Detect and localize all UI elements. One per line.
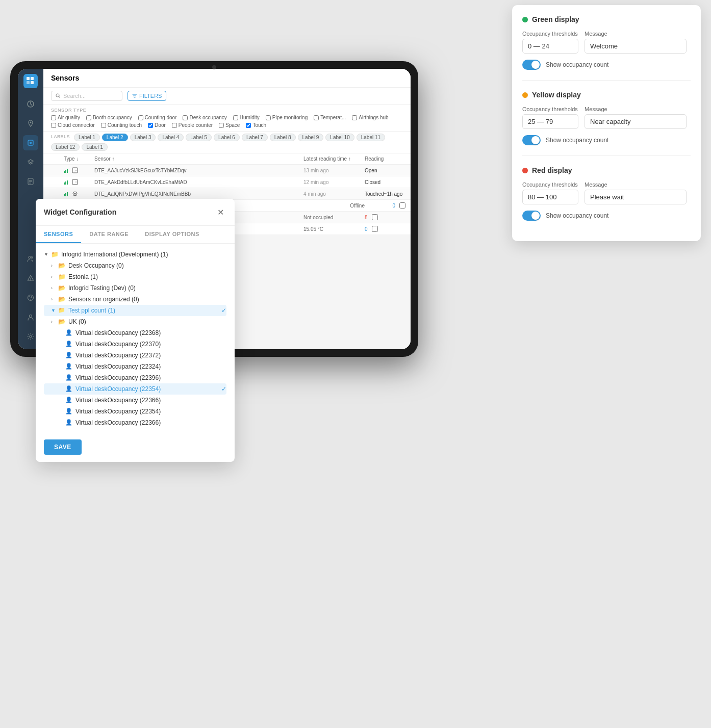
svg-point-10 xyxy=(31,257,33,258)
row4-checkbox[interactable] xyxy=(399,202,405,209)
search-box[interactable]: Search... xyxy=(51,91,122,101)
tree-item-virtual-1[interactable]: 👤 Virtual deskOccupancy (22368) xyxy=(44,327,226,339)
label-tag-5[interactable]: Label 5 xyxy=(186,134,212,141)
checkbox-door[interactable]: Door xyxy=(148,122,166,128)
label-tag-7[interactable]: Label 7 xyxy=(242,134,268,141)
table-row[interactable]: DTE_AAkDdfbLLdUbAmCKvLcEhaMtAD 12 min ag… xyxy=(43,176,411,188)
checkbox-people-input[interactable] xyxy=(172,123,177,128)
checkbox-humidity[interactable]: Humidity xyxy=(233,115,260,120)
tree-item-virtual-3[interactable]: 👤 Virtual deskOccupancy (22372) xyxy=(44,350,226,361)
checkbox-space-input[interactable] xyxy=(219,123,224,128)
tree-item-virtual-5[interactable]: 👤 Virtual deskOccupancy (22396) xyxy=(44,372,226,383)
label-tag-6[interactable]: Label 6 xyxy=(214,134,240,141)
tree-item-infogrid-testing[interactable]: › 📂 Infogrid Testing (Dev) (0) xyxy=(44,282,226,294)
red-message-input[interactable] xyxy=(585,190,687,204)
checkbox-airthings[interactable]: Airthings hub xyxy=(352,115,388,120)
th-sensor[interactable]: Sensor ↑ xyxy=(94,156,303,162)
checkbox-counting-touch[interactable]: Counting touch xyxy=(101,122,142,128)
yellow-message-input[interactable] xyxy=(585,114,687,129)
th-time[interactable]: Latest reading time ↑ xyxy=(303,156,365,162)
th-type[interactable]: Type ↓ xyxy=(64,156,94,162)
label-tag-4[interactable]: Label 4 xyxy=(158,134,184,141)
sidebar-item-layers[interactable] xyxy=(23,154,38,170)
tree-item-virtual-2[interactable]: 👤 Virtual deskOccupancy (22370) xyxy=(44,339,226,350)
label-tag-10[interactable]: Label 10 xyxy=(325,134,354,141)
person-icon-v9: 👤 xyxy=(65,419,73,426)
tree-item-test-ppl-count[interactable]: ▼ 📁 Test ppl count (1) ✓ xyxy=(44,305,226,316)
row6-checkbox[interactable] xyxy=(372,226,378,232)
tree-item-infogrid[interactable]: ▼ 📁 Infogrid International (Development)… xyxy=(44,249,226,260)
label-tag-9[interactable]: Label 9 xyxy=(298,134,324,141)
label-tag-2[interactable]: Label 2 xyxy=(102,134,128,141)
tree-item-desk-occ[interactable]: › 📂 Desk Occupancy (0) xyxy=(44,260,226,271)
checkbox-desk[interactable]: Desk occupancy xyxy=(183,115,226,120)
checkbox-temp-input[interactable] xyxy=(314,115,319,120)
tree-item-virtual-6-selected[interactable]: 👤 Virtual deskOccupancy (22354) ✓ xyxy=(44,383,226,395)
sidebar-item-location[interactable] xyxy=(23,116,38,131)
checkbox-booth[interactable]: Booth occupancy xyxy=(86,115,132,120)
tree-chevron-testppl: ▼ xyxy=(51,308,58,313)
checkbox-air-quality-input[interactable] xyxy=(51,115,56,120)
th-reading[interactable]: Reading xyxy=(365,156,405,162)
checkbox-humidity-input[interactable] xyxy=(233,115,238,120)
sidebar-item-dashboard[interactable] xyxy=(23,96,38,112)
label-tag-11[interactable]: Label 11 xyxy=(357,134,385,141)
tab-date-range[interactable]: DATE RANGE xyxy=(81,226,137,243)
tree-item-estonia[interactable]: › 📁 Estonia (1) xyxy=(44,271,226,282)
checkbox-counting-touch-input[interactable] xyxy=(101,123,106,128)
sidebar-item-reports[interactable] xyxy=(23,174,38,189)
checkbox-people[interactable]: People counter xyxy=(172,122,213,128)
tree-item-virtual-9[interactable]: 👤 Virtual deskOccupancy (22366) xyxy=(44,417,226,428)
filters-button[interactable]: FILTERS xyxy=(128,91,166,101)
table-row[interactable]: DTE_AaIQNPxDWIPgVhEQXINdNEmBBb 4 min ago… xyxy=(43,188,411,200)
checkbox-pipe[interactable]: Pipe monitoring xyxy=(266,115,308,120)
svg-rect-18 xyxy=(67,169,68,173)
label-tag-8[interactable]: Label 8 xyxy=(270,134,296,141)
checkbox-touch-input[interactable] xyxy=(246,123,251,128)
signal-icon xyxy=(64,168,70,173)
label-tag-1[interactable]: Label 1 xyxy=(74,134,100,141)
checkbox-counting-door[interactable]: Counting door xyxy=(138,115,177,120)
checkbox-booth-input[interactable] xyxy=(86,115,91,120)
save-button[interactable]: SAVE xyxy=(44,439,82,455)
label-tag-12[interactable]: Label 12 xyxy=(51,143,80,151)
tree-item-uk[interactable]: › 📂 UK (0) xyxy=(44,316,226,327)
svg-rect-28 xyxy=(67,192,68,196)
svg-rect-26 xyxy=(64,194,65,196)
tree-item-virtual-7[interactable]: 👤 Virtual deskOccupancy (22366) xyxy=(44,395,226,406)
tab-display-options[interactable]: DISPLAY OPTIONS xyxy=(137,226,208,243)
label-tag-3[interactable]: Label 3 xyxy=(130,134,156,141)
row1-sensor: DTE_AAJucVzkSlJkEGcuxTcTYbMZDqv xyxy=(94,168,303,173)
table-row[interactable]: DTE_AAJucVzkSlJkEGcuxTcTYbMZDqv 13 min a… xyxy=(43,165,411,176)
tree-chevron-testing: › xyxy=(51,285,58,291)
sidebar-item-sensors[interactable] xyxy=(23,135,38,150)
modal-close-button[interactable]: ✕ xyxy=(214,206,226,218)
yellow-threshold-input[interactable] xyxy=(522,114,578,129)
checkbox-space[interactable]: Space xyxy=(219,122,240,128)
checkbox-temp[interactable]: Temperat... xyxy=(314,115,346,120)
green-toggle[interactable] xyxy=(522,60,541,70)
tab-sensors[interactable]: SENSORS xyxy=(36,226,81,243)
tree-item-virtual-8[interactable]: 👤 Virtual deskOccupancy (22354) xyxy=(44,406,226,417)
tree-item-virtual-4[interactable]: 👤 Virtual deskOccupancy (22324) xyxy=(44,361,226,372)
red-toggle[interactable] xyxy=(522,211,541,221)
green-threshold-input[interactable] xyxy=(522,39,578,54)
sensor-icon xyxy=(72,191,78,197)
checkbox-air-quality[interactable]: Air quality xyxy=(51,115,80,120)
checkbox-cloud-input[interactable] xyxy=(51,123,56,128)
yellow-display-title: Yellow display xyxy=(522,91,691,99)
checkbox-counting-door-input[interactable] xyxy=(138,115,143,120)
app-logo[interactable] xyxy=(23,74,38,88)
checkbox-airthings-input[interactable] xyxy=(352,115,357,120)
checkbox-pipe-input[interactable] xyxy=(266,115,271,120)
green-message-input[interactable] xyxy=(585,39,687,54)
checkbox-cloud[interactable]: Cloud connector xyxy=(51,122,95,128)
label-tag-13[interactable]: Label 1 xyxy=(82,143,108,151)
checkbox-desk-input[interactable] xyxy=(183,115,188,120)
checkbox-door-input[interactable] xyxy=(148,123,153,128)
tree-item-sensors-nor-organized[interactable]: › 📂 Sensors nor organized (0) xyxy=(44,294,226,305)
yellow-toggle[interactable] xyxy=(522,135,541,145)
checkbox-touch[interactable]: Touch xyxy=(246,122,266,128)
row5-checkbox[interactable] xyxy=(372,214,378,220)
red-threshold-input[interactable] xyxy=(522,190,578,204)
